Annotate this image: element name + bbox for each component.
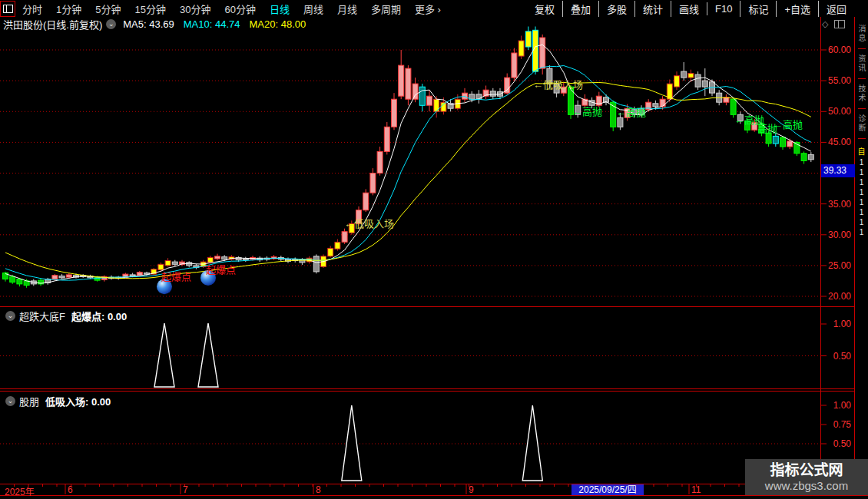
candle bbox=[180, 260, 185, 266]
watermark-url: www.zbgs3.com bbox=[765, 479, 848, 493]
chevron-down-icon[interactable]: ⌄ bbox=[5, 396, 15, 406]
tool-F10[interactable]: F10 bbox=[707, 2, 740, 15]
axis-label: 55.00 bbox=[820, 75, 851, 86]
sidebar-tab[interactable]: 消息 bbox=[856, 25, 867, 43]
candle bbox=[229, 255, 234, 260]
sidebar-number[interactable]: 1 bbox=[860, 167, 864, 177]
layout-split-icon[interactable] bbox=[0, 1, 15, 17]
tool-统计[interactable]: 统计 bbox=[634, 1, 671, 17]
candle bbox=[101, 276, 107, 282]
tool-标记[interactable]: 标记 bbox=[740, 1, 776, 17]
chart-annotation: ←高抛 bbox=[773, 119, 803, 131]
candle bbox=[808, 152, 813, 162]
tool-menu: 复权叠加多股统计画线F10标记+自选返回 bbox=[527, 1, 868, 17]
candle bbox=[194, 264, 199, 269]
chart-annotation: ←高抛 bbox=[616, 107, 646, 118]
sidebar-tab-active[interactable]: 自 bbox=[858, 145, 866, 157]
tool-多股[interactable]: 多股 bbox=[598, 1, 634, 17]
ma10-value: MA10: 44.74 bbox=[184, 18, 240, 30]
axis-label: 45.00 bbox=[820, 137, 851, 147]
candle bbox=[370, 168, 376, 195]
candle bbox=[667, 80, 672, 103]
candle bbox=[801, 151, 807, 164]
sidebar-number[interactable]: 1 bbox=[860, 157, 864, 167]
menu-item-30分钟[interactable]: 30分钟 bbox=[173, 2, 217, 16]
sidebar-number[interactable]: 1 bbox=[860, 207, 864, 217]
chevron-down-icon[interactable]: ⌄ bbox=[5, 311, 15, 321]
axis-label: 50.00 bbox=[820, 106, 851, 117]
candle bbox=[313, 254, 319, 273]
menu-item-周线[interactable]: 周线 bbox=[297, 2, 330, 16]
sidebar-number[interactable]: 1 bbox=[860, 227, 864, 237]
menu-item-60分钟[interactable]: 60分钟 bbox=[217, 2, 262, 16]
panel-divider bbox=[0, 388, 868, 389]
tool-+自选[interactable]: +自选 bbox=[776, 1, 818, 17]
menu-item-5分钟[interactable]: 5分钟 bbox=[88, 2, 128, 16]
menu-item-15分钟[interactable]: 15分钟 bbox=[128, 2, 172, 16]
top-menubar: 分时1分钟5分钟15分钟30分钟60分钟日线周线月线多周期更多 › 复权叠加多股… bbox=[0, 0, 868, 17]
axis-label: 60.00 bbox=[820, 45, 851, 55]
candle bbox=[335, 239, 340, 250]
menu-item-日线[interactable]: 日线 bbox=[263, 2, 297, 16]
candle bbox=[384, 122, 389, 155]
candle bbox=[328, 246, 333, 257]
candle bbox=[419, 84, 425, 111]
menu-item-月线[interactable]: 月线 bbox=[330, 2, 364, 16]
axis-label: 1.00 bbox=[820, 319, 851, 329]
tool-复权[interactable]: 复权 bbox=[527, 1, 562, 17]
menu-item-更多 ›[interactable]: 更多 › bbox=[408, 2, 448, 16]
sidebar-number[interactable]: 1 bbox=[860, 177, 864, 187]
menu-item-多周期[interactable]: 多周期 bbox=[364, 2, 408, 16]
candle bbox=[3, 272, 8, 282]
candle bbox=[38, 279, 44, 286]
candle bbox=[427, 90, 432, 111]
year-label: 2025年 bbox=[5, 484, 35, 497]
chart-canvas: 起爆点起爆点←低吸入场←低吸入场←高抛←高抛←高抛高抛←高抛 bbox=[0, 0, 868, 499]
sidebar-number[interactable]: 1 bbox=[860, 197, 864, 207]
split-view-icon[interactable] bbox=[834, 20, 845, 28]
indicator-name: 股朋 bbox=[19, 394, 39, 408]
axis-label: 0.75 bbox=[820, 419, 851, 430]
candle bbox=[490, 88, 495, 99]
candle bbox=[525, 27, 531, 51]
tool-叠加[interactable]: 叠加 bbox=[562, 1, 598, 17]
candle bbox=[215, 254, 220, 260]
tool-画线[interactable]: 画线 bbox=[671, 1, 707, 17]
candle bbox=[724, 94, 729, 105]
axis-divider bbox=[0, 484, 868, 484]
ma5-value: MA5: 43.69 bbox=[123, 18, 174, 30]
tool-返回[interactable]: 返回 bbox=[818, 1, 854, 17]
candle bbox=[151, 268, 157, 276]
panel3-header: ⌄ 股朋 低吸入场: 0.00 bbox=[2, 394, 111, 408]
menu-item-1分钟[interactable]: 1分钟 bbox=[49, 2, 88, 16]
chart-annotation: ←高抛 bbox=[572, 106, 602, 117]
diamond-icon[interactable]: ◇ bbox=[822, 19, 828, 29]
sidebar-separator bbox=[858, 138, 866, 139]
chart-annotation: 起爆点 bbox=[161, 271, 191, 283]
menu-item-分时[interactable]: 分时 bbox=[15, 2, 49, 16]
sidebar-separator bbox=[858, 48, 866, 49]
candle bbox=[271, 255, 277, 260]
chart-annotation: ←低吸入场 bbox=[533, 79, 583, 91]
sidebar-separator bbox=[858, 108, 866, 109]
candle bbox=[780, 136, 786, 150]
candle bbox=[681, 62, 687, 81]
signal-spike bbox=[342, 405, 362, 481]
candle bbox=[702, 68, 707, 96]
candle bbox=[476, 90, 482, 104]
candle bbox=[59, 274, 65, 279]
axis-label: 1.00 bbox=[820, 400, 851, 411]
indicator-value: 起爆点: 0.00 bbox=[71, 309, 127, 323]
chevron-down-icon[interactable]: ⌄ bbox=[106, 19, 116, 29]
signal-spike bbox=[522, 405, 542, 481]
candle bbox=[158, 263, 164, 271]
sidebar-tab[interactable]: 诊断 bbox=[856, 114, 867, 133]
panel-divider bbox=[0, 306, 868, 307]
signal-spike bbox=[198, 323, 218, 387]
sidebar-number[interactable]: 1 bbox=[860, 217, 864, 227]
candle bbox=[462, 88, 468, 102]
sidebar-tab[interactable]: 资讯 bbox=[856, 55, 867, 73]
sidebar-tab[interactable]: 技术 bbox=[856, 84, 867, 103]
candle bbox=[392, 93, 397, 130]
sidebar-number[interactable]: 1 bbox=[860, 187, 864, 197]
